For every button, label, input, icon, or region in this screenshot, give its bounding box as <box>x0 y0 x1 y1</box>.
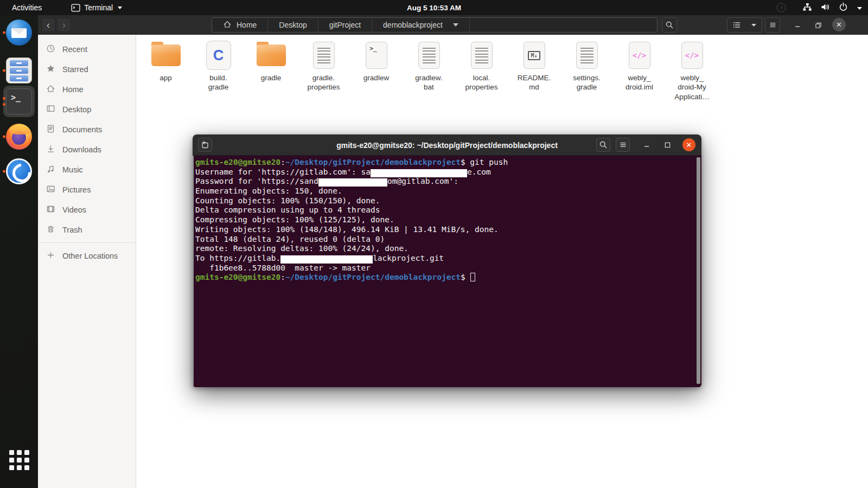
terminal-scrollbar[interactable] <box>697 157 700 384</box>
back-button[interactable]: ‹ <box>41 18 55 32</box>
video-icon <box>46 204 55 215</box>
file-label: build. gradle <box>208 73 229 92</box>
plus-icon <box>46 251 55 261</box>
file-item-webly_droid-My Application[interactable]: </>webly_ droid-My Applicati… <box>666 40 718 101</box>
terminal-line: Writing objects: 100% (148/148), 496.14 … <box>195 225 696 235</box>
file-icon: >_ <box>366 40 387 70</box>
terminal-minimize-button[interactable] <box>640 138 654 152</box>
file-item-gradlew[interactable]: >_gradlew <box>350 40 403 82</box>
sidebar-item-label: Home <box>62 85 84 94</box>
document-icon <box>46 124 55 135</box>
file-item-gradle[interactable]: gradle <box>245 40 297 82</box>
terminal-line: Compressing objects: 100% (125/125), don… <box>195 215 696 225</box>
terminal-close-button[interactable]: ✕ <box>682 138 696 152</box>
file-item-settings.gradle[interactable]: settings. gradle <box>560 40 613 92</box>
sidebar-item-music[interactable]: Music <box>38 159 136 179</box>
dock: >_ <box>0 15 38 488</box>
file-label: gradle <box>261 73 282 82</box>
view-options-button[interactable] <box>746 17 762 33</box>
running-indicator <box>3 97 5 106</box>
path-segment-label: Desktop <box>279 21 307 29</box>
dock-item-terminal[interactable]: >_ <box>0 86 38 117</box>
home-icon <box>223 20 232 30</box>
clock-icon <box>46 44 55 55</box>
files-icon <box>6 57 32 84</box>
file-item-README.md[interactable]: M↓README. md <box>508 40 560 92</box>
running-indicator <box>3 31 5 34</box>
sidebar-item-documents[interactable]: Documents <box>38 119 136 139</box>
path-segment-demoblackproject[interactable]: demoblackproject <box>372 18 470 32</box>
trash-icon <box>46 224 55 235</box>
mattermost-icon <box>6 158 32 184</box>
path-segment-gitproject[interactable]: gitProject <box>318 18 372 32</box>
dock-item-files[interactable] <box>0 57 38 84</box>
minimize-button[interactable] <box>792 18 803 32</box>
thunderbird-icon <box>6 20 32 46</box>
path-bar[interactable]: HomeDesktopgitProjectdemoblackproject <box>212 17 658 33</box>
path-segment-label: gitProject <box>329 21 361 29</box>
terminal-line: Password for 'https://sandom@gitlab.com'… <box>195 177 696 187</box>
sidebar-item-label: Other Locations <box>62 252 118 260</box>
terminal-line: To https://gitlab.lackproject.git <box>195 254 696 264</box>
caret-down-icon[interactable] <box>857 3 863 12</box>
network-icon[interactable] <box>802 3 812 13</box>
list-view-button[interactable] <box>727 17 746 33</box>
sidebar-item-pictures[interactable]: Pictures <box>38 179 136 200</box>
file-label: README. md <box>518 73 551 92</box>
terminal-headerbar: gmits-e20@gmitse20: ~/Desktop/gitProject… <box>193 134 701 156</box>
terminal-output[interactable]: gmits-e20@gmitse20:~/Desktop/gitProject/… <box>193 156 701 387</box>
file-label: webly_ droid.iml <box>626 73 653 92</box>
file-label: local. properties <box>465 73 497 92</box>
terminal-search-button[interactable] <box>596 138 610 152</box>
path-segment-label: Home <box>237 21 257 29</box>
terminal-line: remote: Resolving deltas: 100% (24/24), … <box>195 244 696 254</box>
restore-button[interactable] <box>813 18 824 32</box>
sidebar-separator <box>38 242 136 243</box>
terminal-maximize-button[interactable] <box>660 138 674 152</box>
file-item-build.gradle[interactable]: Cbuild. gradle <box>192 40 245 92</box>
redaction-box <box>280 255 373 264</box>
terminal-line: Counting objects: 100% (150/150), done. <box>195 196 696 206</box>
file-item-app[interactable]: app <box>139 40 192 82</box>
files-headerbar: ‹ › HomeDesktopgitProjectdemoblackprojec… <box>38 15 868 35</box>
terminal-menu-button[interactable] <box>616 138 630 152</box>
file-item-gradle.properties[interactable]: gradle. properties <box>297 40 350 92</box>
caret-down-icon <box>453 23 458 27</box>
top-bar: Activities Terminal Aug 5 10:53 AM <box>0 0 868 15</box>
terminal-line: Enumerating objects: 150, done. <box>195 187 696 196</box>
dock-item-firefox[interactable] <box>0 124 38 150</box>
sidebar-item-home[interactable]: Home <box>38 79 136 99</box>
new-tab-button[interactable] <box>198 138 212 152</box>
file-item-local.properties[interactable]: local. properties <box>455 40 508 92</box>
sidebar-item-label: Recent <box>62 45 87 54</box>
power-icon[interactable] <box>839 2 848 13</box>
menu-button[interactable] <box>765 17 780 33</box>
close-button[interactable]: ✕ <box>832 18 846 31</box>
sidebar-item-trash[interactable]: Trash <box>38 220 136 240</box>
sidebar-item-label: Videos <box>62 206 86 214</box>
show-applications-icon <box>9 450 29 470</box>
sidebar-item-recent[interactable]: Recent <box>38 39 136 59</box>
search-button[interactable] <box>662 17 677 33</box>
sidebar-item-desktop[interactable]: Desktop <box>38 99 136 119</box>
file-icon <box>418 40 440 70</box>
sidebar-item-label: Downloads <box>62 145 101 154</box>
terminal-line: Username for 'https://gitlab.com': sae.c… <box>195 168 696 177</box>
dock-item-mattermost[interactable] <box>0 158 38 184</box>
show-applications-button[interactable] <box>0 450 38 470</box>
file-item-webly_droid.iml[interactable]: </>webly_ droid.iml <box>613 40 666 92</box>
terminal-line: Delta compression using up to 4 threads <box>195 206 696 215</box>
app-indicator-icon[interactable] <box>776 3 786 12</box>
sidebar-item-other-locations[interactable]: Other Locations <box>38 246 136 266</box>
volume-icon[interactable] <box>821 3 830 13</box>
file-item-gradlew.bat[interactable]: gradlew. bat <box>403 40 455 92</box>
sidebar-item-downloads[interactable]: Downloads <box>38 139 136 159</box>
dock-item-thunderbird[interactable] <box>0 20 38 46</box>
sidebar-item-starred[interactable]: Starred <box>38 59 136 79</box>
clock[interactable]: Aug 5 10:53 AM <box>0 4 868 12</box>
path-segment-desktop[interactable]: Desktop <box>268 18 318 32</box>
forward-button[interactable]: › <box>57 18 71 32</box>
file-icon <box>313 40 335 70</box>
path-segment-home[interactable]: Home <box>212 18 268 32</box>
sidebar-item-videos[interactable]: Videos <box>38 200 136 220</box>
